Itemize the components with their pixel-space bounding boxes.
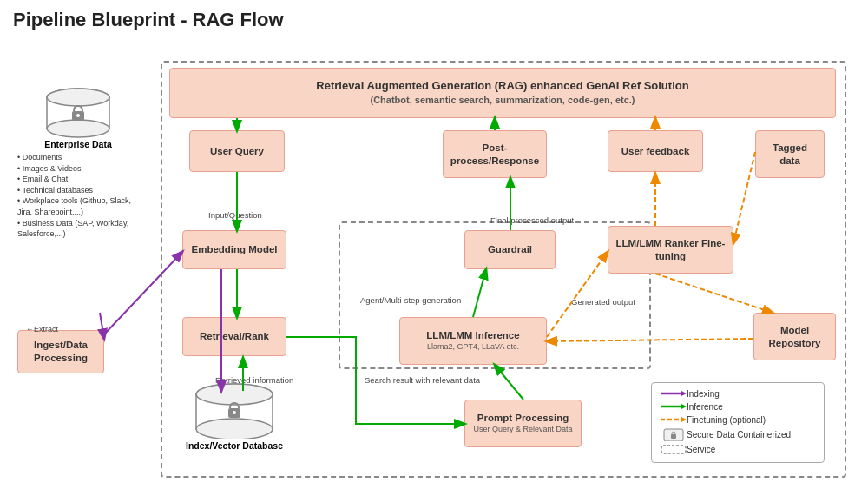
index-vector-area: Index/Vector Database [174,382,295,451]
guardrail-box: Guardrail [464,230,556,269]
svg-point-11 [233,411,236,414]
label-final-processed: Final processed output [490,215,574,225]
enterprise-title: Enterprise Data [17,139,139,149]
user-query-box: User Query [189,130,285,172]
rag-title: Retrieval Augmented Generation (RAG) enh… [316,79,688,94]
tagged-data-box: Taggeddata [755,130,825,178]
llm-inference-box: LLM/LMM Inference Llama2, GPT4, LLaVA et… [399,317,547,365]
svg-point-2 [47,120,109,137]
legend-inference: Inference [661,401,815,412]
embedding-model-box: Embedding Model [182,230,286,269]
enterprise-cylinder [43,87,113,139]
svg-rect-19 [671,434,676,439]
retrieval-rank-box: Retrieval/Rank [182,317,286,356]
svg-point-5 [76,114,80,117]
prompt-processing-box: Prompt Processing User Query & Relevant … [464,400,582,447]
label-generated-output: Generated output [571,297,635,307]
legend-secure-data: Secure Data Containerized [661,427,815,441]
index-vector-label: Index/Vector Database [174,440,295,451]
llm-ranker-box: LLM/LMM Ranker Fine-tuning [608,226,733,274]
svg-rect-20 [661,446,686,453]
label-extract: ←Extract [26,325,58,334]
rag-subtitle: (Chatbot, semantic search, summarization… [370,94,635,106]
legend-service: Service [661,444,815,454]
label-input-question: Input/Question [208,210,262,220]
diagram-container: Pipeline Blueprint - RAG Flow Retrieval … [0,0,868,489]
post-process-box: Post-process/Response [443,130,547,178]
enterprise-area: Enterprise Data Documents Images & Video… [17,87,139,240]
page-title: Pipeline Blueprint - RAG Flow [13,9,855,31]
user-feedback-box: User feedback [608,130,703,172]
finetuning-arrow-icon [661,414,687,425]
label-retrieved-info: Retrieved information [215,375,293,385]
svg-point-3 [47,89,109,106]
inference-arrow-icon [661,401,687,412]
legend-box: Indexing Inference Finetuning (optional)… [651,382,825,463]
legend-indexing: Indexing [661,388,815,399]
enterprise-list: Documents Images & Videos Email & Chat T… [17,152,139,240]
service-dashed-icon [661,444,687,454]
rag-header-box: Retrieval Augmented Generation (RAG) enh… [169,68,836,118]
label-search-result: Search result with relevant data [365,375,480,385]
indexing-arrow-icon [661,388,687,399]
secure-data-icon [661,427,687,441]
svg-point-8 [196,419,273,439]
svg-point-9 [196,384,273,405]
ingest-data-box: Ingest/DataProcessing [17,330,104,373]
model-repository-box: ModelRepository [753,313,836,360]
label-agent-multistep: Agent/Multi-step generation [360,295,461,305]
index-cylinder [191,382,278,439]
legend-finetuning: Finetuning (optional) [661,414,815,425]
